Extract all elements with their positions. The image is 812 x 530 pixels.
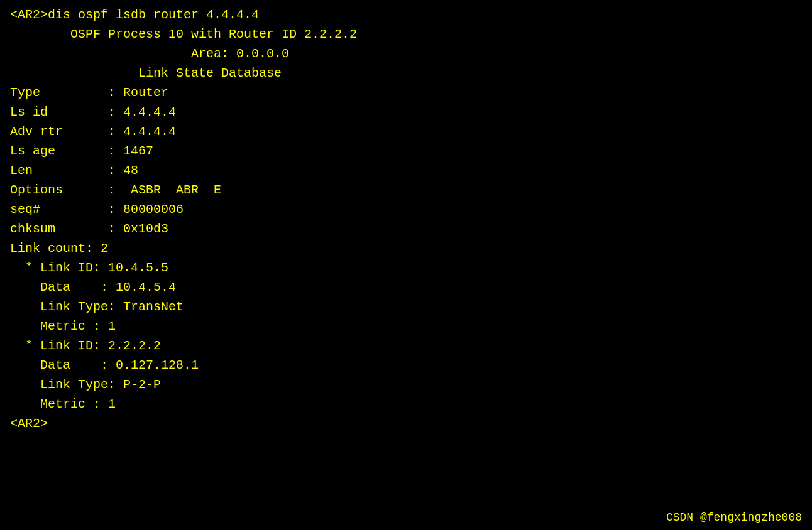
- terminal-line: Type : Router: [10, 83, 802, 102]
- terminal-line: Metric : 1: [10, 394, 802, 414]
- terminal-line: Area: 0.0.0.0: [10, 44, 802, 63]
- terminal-line: Link State Database: [10, 63, 802, 83]
- terminal-line: * Link ID: 10.4.5.5: [10, 258, 802, 278]
- terminal-line: Metric : 1: [10, 316, 802, 336]
- terminal-line: chksum : 0x10d3: [10, 219, 802, 239]
- terminal-output: <AR2>dis ospf lsdb router 4.4.4.4 OSPF P…: [10, 5, 802, 433]
- terminal-line: Data : 0.127.128.1: [10, 355, 802, 375]
- terminal-line: Len : 48: [10, 161, 802, 180]
- terminal-line: Link count: 2: [10, 239, 802, 258]
- terminal-line: Link Type: TransNet: [10, 297, 802, 316]
- terminal-line: Options : ASBR ABR E: [10, 180, 802, 200]
- terminal-window: <AR2>dis ospf lsdb router 4.4.4.4 OSPF P…: [0, 0, 812, 530]
- terminal-line: * Link ID: 2.2.2.2: [10, 336, 802, 355]
- terminal-line: Data : 10.4.5.4: [10, 278, 802, 297]
- terminal-line: seq# : 80000006: [10, 200, 802, 219]
- terminal-line: <AR2>: [10, 414, 802, 433]
- terminal-line: Adv rtr : 4.4.4.4: [10, 122, 802, 141]
- terminal-line: OSPF Process 10 with Router ID 2.2.2.2: [10, 24, 802, 44]
- watermark: CSDN @fengxingzhe008: [666, 511, 802, 524]
- terminal-line: Ls id : 4.4.4.4: [10, 102, 802, 122]
- terminal-line: <AR2>dis ospf lsdb router 4.4.4.4: [10, 5, 802, 24]
- terminal-line: Link Type: P-2-P: [10, 375, 802, 394]
- terminal-line: Ls age : 1467: [10, 141, 802, 161]
